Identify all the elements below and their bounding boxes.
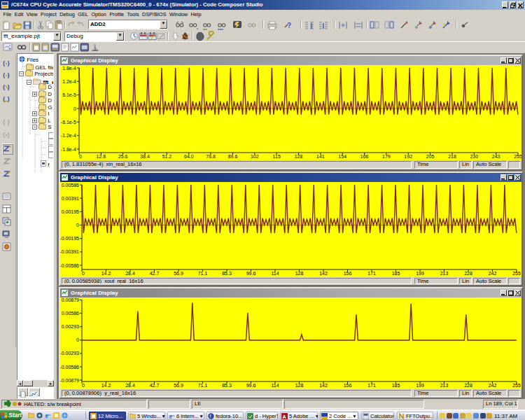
svg-text:85.3: 85.3 [222,271,232,276]
svg-text:228: 228 [464,271,472,276]
svg-text:-0.00586: -0.00586 [60,365,79,370]
svg-text:71.1: 71.1 [198,271,208,276]
svg-text:185: 185 [392,271,400,276]
svg-text:179: 179 [382,154,391,159]
svg-text:-0.00391: -0.00391 [60,249,79,254]
svg-text:0: 0 [76,223,79,227]
svg-text:42.7: 42.7 [150,383,160,388]
svg-text:0: 0 [79,154,82,159]
svg-text:102: 102 [251,154,259,159]
svg-text:166: 166 [360,154,369,159]
svg-text:6.1e-5: 6.1e-5 [62,92,76,97]
svg-text:56.9: 56.9 [174,271,183,276]
svg-text:114: 114 [271,271,279,276]
svg-text:14.2: 14.2 [102,383,111,388]
svg-text:-1.2e-4: -1.2e-4 [61,133,76,138]
svg-text:213: 213 [440,383,449,388]
svg-text:128: 128 [295,383,304,388]
svg-text:14.2: 14.2 [102,271,111,276]
svg-text:156: 156 [344,271,352,276]
svg-text:243: 243 [492,154,500,159]
svg-text:115: 115 [273,154,281,159]
svg-text:205: 205 [426,154,435,159]
svg-text:89.6: 89.6 [228,154,238,159]
svg-text:56.9: 56.9 [174,383,183,388]
svg-text:0.00586: 0.00586 [62,311,79,316]
svg-text:71.1: 71.1 [198,383,208,388]
svg-text:185: 185 [392,383,400,388]
svg-text:114: 114 [271,383,279,388]
svg-text:142: 142 [319,383,328,388]
svg-text:192: 192 [404,154,412,159]
svg-text:228: 228 [464,383,472,388]
svg-text:255: 255 [514,154,522,159]
svg-text:255: 255 [512,271,521,276]
svg-text:156: 156 [344,383,352,388]
svg-text:218: 218 [448,154,456,159]
svg-text:25.6: 25.6 [118,154,128,159]
svg-text:99.6: 99.6 [246,383,256,388]
svg-text:64.0: 64.0 [184,154,194,159]
svg-text:154: 154 [338,154,346,159]
svg-text:128: 128 [295,271,304,276]
svg-text:142: 142 [319,271,328,276]
svg-text:0: 0 [82,383,85,388]
svg-text:213: 213 [440,271,449,276]
svg-text:38.4: 38.4 [140,154,150,159]
svg-text:42.7: 42.7 [150,271,160,276]
svg-text:1.8e-4: 1.8e-4 [62,66,76,71]
svg-text:0.00391: 0.00391 [62,196,79,201]
svg-text:-0.00293: -0.00293 [60,351,79,356]
svg-text:0.00586: 0.00586 [62,183,79,188]
svg-text:230: 230 [470,154,478,159]
svg-text:85.3: 85.3 [222,383,232,388]
svg-text:171: 171 [368,383,376,388]
svg-text:?: ? [287,22,291,29]
svg-text:255: 255 [512,383,521,388]
svg-text:-0.00879: -0.00879 [60,378,79,383]
svg-text:242: 242 [489,383,497,388]
svg-text:76.8: 76.8 [206,154,216,159]
svg-text:12.8: 12.8 [97,154,106,159]
svg-text:e: e [169,413,173,419]
svg-text:A: A [283,414,286,419]
svg-text:-0.00195: -0.00195 [60,236,79,241]
svg-text:171: 171 [368,271,376,276]
svg-text:141: 141 [316,154,325,159]
svg-text:242: 242 [489,271,497,276]
svg-text:-0.00586: -0.00586 [60,263,79,268]
svg-text:28.4: 28.4 [125,271,135,276]
svg-text:0.00195: 0.00195 [62,209,79,214]
svg-text:128: 128 [295,154,303,159]
svg-text:199: 199 [416,383,424,388]
svg-text:0.00293: 0.00293 [62,324,79,329]
svg-text:f: f [210,414,211,419]
svg-text:0: 0 [76,337,79,342]
svg-text:199: 199 [416,271,424,276]
svg-text:e: e [46,412,49,419]
svg-text:-6.1e-5: -6.1e-5 [61,120,76,125]
svg-text:51.2: 51.2 [162,154,172,159]
svg-text:-1.8e-4: -1.8e-4 [61,147,76,152]
svg-text:1.2e-4: 1.2e-4 [62,79,76,84]
svg-text:0: 0 [74,106,76,111]
svg-text:0.00879: 0.00879 [62,298,79,302]
svg-text:0: 0 [82,271,85,276]
svg-text:99.6: 99.6 [246,271,256,276]
svg-text:28.4: 28.4 [125,383,135,388]
